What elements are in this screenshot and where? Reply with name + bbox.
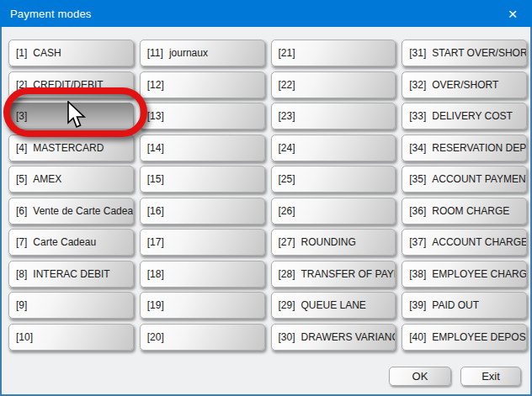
payment-mode-label: INTERAC DEBIT	[33, 268, 109, 280]
payment-mode-number: [16]	[147, 205, 164, 217]
payment-mode-label: CASH	[33, 47, 61, 59]
payment-mode-button-16[interactable]: [16]	[140, 198, 265, 224]
payment-mode-button-9[interactable]: [9]	[8, 292, 134, 319]
payment-mode-button-1[interactable]: [1] CASH	[8, 40, 134, 66]
payment-mode-number: [36]	[409, 205, 426, 217]
payment-mode-number: [34]	[409, 142, 426, 154]
payment-mode-number: [35]	[409, 173, 426, 185]
payment-mode-label: ROOM CHARGE	[432, 205, 509, 217]
payment-mode-button-10[interactable]: [10]	[8, 324, 134, 351]
payment-mode-button-4[interactable]: [4] MASTERCARD	[8, 135, 134, 161]
payment-mode-number: [3]	[16, 110, 27, 122]
payment-mode-label: EMPLOYEE DEPOSIT	[432, 331, 527, 343]
dialog-footer: OK Exit	[389, 367, 521, 386]
payment-mode-number: [9]	[16, 299, 27, 311]
payment-mode-number: [23]	[279, 110, 295, 122]
payment-mode-number: [32]	[409, 79, 426, 91]
payment-mode-label: AMEX	[33, 173, 61, 185]
payment-mode-number: [33]	[409, 110, 426, 122]
payment-mode-number: [1]	[16, 47, 27, 59]
payment-mode-number: [19]	[147, 299, 164, 311]
payment-mode-button-7[interactable]: [7] Carte Cadeau	[8, 229, 134, 256]
payment-mode-number: [38]	[409, 268, 426, 280]
payment-mode-label: QUEUE LANE	[301, 299, 366, 311]
payment-mode-number: [40]	[409, 331, 426, 343]
payment-mode-number: [12]	[147, 79, 164, 91]
payment-mode-number: [14]	[147, 142, 164, 154]
payment-mode-button-6[interactable]: [6] Vente de Carte Cadeau	[8, 198, 134, 224]
payment-mode-label: ACCOUNT PAYMENT	[432, 173, 527, 185]
payment-mode-label: Carte Cadeau	[33, 236, 96, 248]
payment-mode-label: ROUNDING	[301, 236, 356, 248]
payment-mode-button-25[interactable]: [25]	[271, 166, 396, 193]
payment-mode-number: [24]	[279, 142, 295, 154]
payment-mode-label: Vente de Carte Cadeau	[33, 205, 133, 217]
payment-mode-number: [11]	[147, 47, 163, 59]
payment-mode-button-5[interactable]: [5] AMEX	[8, 166, 134, 193]
payment-mode-button-22[interactable]: [22]	[271, 71, 396, 98]
ok-button[interactable]: OK	[389, 367, 451, 386]
payment-mode-number: [7]	[16, 236, 27, 248]
payment-mode-number: [8]	[16, 268, 27, 280]
payment-mode-label: OVER/SHORT	[432, 79, 498, 91]
payment-mode-button-30[interactable]: [30] DRAWERS VARIANCE	[271, 324, 396, 351]
payment-mode-button-32[interactable]: [32] OVER/SHORT	[402, 71, 527, 98]
payment-mode-button-13[interactable]: [13]	[140, 103, 265, 129]
payment-mode-button-36[interactable]: [36] ROOM CHARGE	[402, 198, 527, 224]
close-icon: ×	[508, 6, 517, 22]
payment-mode-button-27[interactable]: [27] ROUNDING	[271, 229, 396, 256]
payment-mode-button-14[interactable]: [14]	[140, 135, 265, 161]
payment-mode-button-8[interactable]: [8] INTERAC DEBIT	[8, 261, 134, 288]
payment-mode-button-28[interactable]: [28] TRANSFER OF PAYMENT	[271, 261, 396, 288]
payment-mode-number: [6]	[16, 205, 27, 217]
payment-mode-button-33[interactable]: [33] DELIVERY COST	[402, 103, 527, 129]
payment-mode-label: MASTERCARD	[33, 142, 104, 154]
close-button[interactable]: ×	[493, 0, 532, 27]
payment-mode-button-18[interactable]: [18]	[140, 261, 265, 288]
payment-mode-number: [30]	[279, 331, 295, 343]
payment-mode-button-11[interactable]: [11] journaux	[140, 40, 265, 66]
payment-mode-button-15[interactable]: [15]	[140, 166, 265, 193]
payment-mode-number: [21]	[279, 47, 295, 59]
exit-button[interactable]: Exit	[460, 367, 521, 386]
payment-mode-number: [2]	[16, 79, 27, 91]
payment-mode-label: TRANSFER OF PAYMENT	[301, 268, 396, 280]
payment-mode-number: [31]	[409, 47, 426, 59]
payment-mode-number: [15]	[147, 173, 164, 185]
payment-mode-button-38[interactable]: [38] EMPLOYEE CHARGE	[402, 261, 527, 288]
payment-mode-number: [17]	[147, 236, 164, 248]
payment-mode-number: [5]	[16, 173, 27, 185]
payment-mode-button-31[interactable]: [31] START OVER/SHORT	[402, 40, 527, 66]
payment-mode-number: [10]	[16, 331, 33, 343]
payment-mode-button-12[interactable]: [12]	[140, 71, 265, 98]
payment-mode-button-37[interactable]: [37] ACCOUNT CHARGE	[402, 229, 527, 256]
payment-mode-label: PAID OUT	[432, 299, 479, 311]
payment-mode-number: [26]	[279, 205, 295, 217]
payment-mode-button-20[interactable]: [20]	[140, 324, 265, 351]
payment-mode-button-23[interactable]: [23]	[271, 103, 396, 129]
payment-mode-number: [13]	[147, 110, 164, 122]
payment-mode-button-35[interactable]: [35] ACCOUNT PAYMENT	[402, 166, 527, 193]
payment-mode-button-40[interactable]: [40] EMPLOYEE DEPOSIT	[402, 324, 527, 351]
payment-mode-button-29[interactable]: [29] QUEUE LANE	[271, 292, 396, 319]
payment-mode-label: journaux	[169, 47, 208, 59]
payment-mode-number: [20]	[147, 331, 164, 343]
payment-mode-button-19[interactable]: [19]	[140, 292, 265, 319]
payment-mode-button-34[interactable]: [34] RESERVATION DEPOSIT	[402, 135, 527, 161]
payment-mode-label: CREDIT/DEBIT	[33, 79, 103, 91]
payment-mode-number: [22]	[279, 79, 295, 91]
payment-mode-label: DELIVERY COST	[432, 110, 513, 122]
payment-mode-button-3[interactable]: [3]	[8, 103, 134, 129]
payment-mode-button-2[interactable]: [2] CREDIT/DEBIT	[8, 71, 134, 98]
window-title: Payment modes	[0, 8, 92, 20]
payment-mode-button-21[interactable]: [21]	[271, 40, 396, 66]
payment-mode-number: [29]	[279, 299, 295, 311]
payment-mode-button-24[interactable]: [24]	[271, 135, 396, 161]
payment-mode-number: [28]	[279, 268, 295, 280]
titlebar: Payment modes ×	[0, 0, 532, 27]
payment-mode-label: ACCOUNT CHARGE	[432, 236, 527, 248]
payment-mode-label: DRAWERS VARIANCE	[301, 331, 396, 343]
payment-mode-button-26[interactable]: [26]	[271, 198, 396, 224]
payment-mode-button-39[interactable]: [39] PAID OUT	[402, 292, 527, 319]
payment-mode-button-17[interactable]: [17]	[140, 229, 265, 256]
